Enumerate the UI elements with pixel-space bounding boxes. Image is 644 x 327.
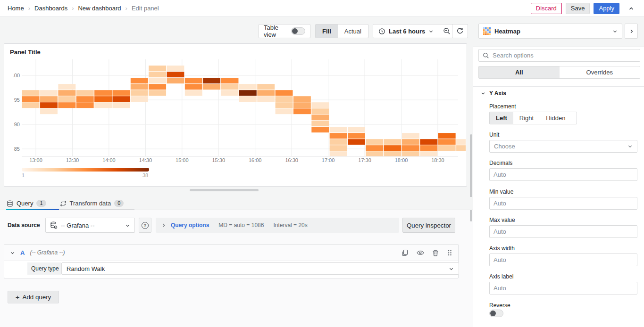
visualization-picker[interactable]: Heatmap: [478, 24, 622, 39]
svg-text:17:30: 17:30: [358, 157, 371, 163]
help-icon: ?: [142, 222, 149, 229]
svg-text:15:00: 15:00: [176, 157, 189, 163]
query-tabs-bar: Query 1 Transform data 0: [0, 197, 473, 210]
drag-handle-icon[interactable]: [447, 249, 452, 256]
reverse-toggle[interactable]: [489, 310, 503, 317]
decimals-input[interactable]: [489, 168, 637, 181]
chevron-right-icon: [161, 223, 166, 228]
axis-width-input[interactable]: [489, 253, 637, 266]
placement-left[interactable]: Left: [490, 112, 513, 124]
idle-tab-indicator: [59, 209, 134, 210]
min-value-input[interactable]: [489, 197, 637, 210]
y-axis-section-header[interactable]: Y Axis: [481, 90, 506, 97]
svg-text:85: 85: [14, 146, 20, 152]
breadcrumb-new-dashboard[interactable]: New dashboard: [78, 5, 121, 12]
actual-option[interactable]: Actual: [338, 25, 368, 38]
save-button[interactable]: Save: [566, 3, 590, 14]
chevron-right-icon: ›: [28, 5, 30, 12]
svg-text:13:00: 13:00: [29, 157, 42, 163]
svg-text:16:30: 16:30: [285, 157, 298, 163]
discard-button[interactable]: Discard: [531, 3, 562, 14]
unit-placeholder: Choose: [494, 143, 515, 150]
datasource-value: -- Grafana --: [61, 222, 95, 229]
query-type-select[interactable]: Random Walk: [61, 262, 459, 275]
tab-query[interactable]: Query 1: [7, 200, 46, 207]
breadcrumb-home[interactable]: Home: [8, 5, 24, 12]
svg-text:14:30: 14:30: [139, 157, 152, 163]
transform-count-badge: 0: [114, 200, 124, 207]
svg-text:15:30: 15:30: [212, 157, 225, 163]
refresh-icon: [456, 27, 464, 35]
query-options-bar[interactable]: Query options MD = auto = 1086 Interval …: [156, 218, 399, 233]
placement-radio-group: Left Right Hidden: [489, 112, 577, 124]
svg-text:13:30: 13:30: [66, 157, 79, 163]
delete-query-button[interactable]: [432, 249, 439, 256]
query-options-link[interactable]: Query options: [171, 222, 209, 229]
placement-hidden[interactable]: Hidden: [540, 112, 571, 124]
header-actions: Discard Save Apply: [531, 3, 636, 14]
top-nav: Home › Dashboards › New dashboard › Edit…: [0, 0, 644, 17]
datasource-picker[interactable]: -- Grafana --: [45, 218, 135, 233]
chevron-down-icon: [627, 144, 633, 149]
panel-resize-handle[interactable]: [190, 189, 259, 191]
tab-query-label: Query: [17, 200, 33, 207]
divider: [473, 86, 644, 87]
chevron-down-icon: [428, 29, 434, 34]
database-icon: [7, 200, 13, 207]
max-value-input[interactable]: [489, 225, 637, 238]
time-controls: Last 6 hours: [373, 24, 455, 38]
clock-icon: [378, 28, 385, 35]
active-tab-indicator: [6, 209, 59, 210]
duplicate-query-button[interactable]: [401, 249, 409, 256]
query-datasource-hint: (-- Grafana --): [30, 249, 65, 256]
query-ref-id: A: [20, 249, 25, 256]
chevron-down-icon: [481, 91, 485, 96]
breadcrumb-dashboards[interactable]: Dashboards: [34, 5, 67, 12]
y-axis-section-title: Y Axis: [489, 90, 506, 97]
time-range-label: Last 6 hours: [389, 28, 425, 35]
chevron-down-icon: [125, 223, 130, 228]
options-search-input[interactable]: [493, 52, 636, 59]
apply-button[interactable]: Apply: [594, 3, 619, 14]
unit-select[interactable]: Choose: [489, 140, 637, 153]
axis-width-label: Axis width: [489, 245, 515, 252]
placement-right[interactable]: Right: [513, 112, 540, 124]
panel-title[interactable]: Panel Title: [10, 49, 41, 56]
svg-text:90: 90: [14, 122, 20, 127]
decimals-label: Decimals: [489, 160, 512, 166]
datasource-label: Data source: [8, 222, 40, 229]
plus-icon: +: [16, 294, 20, 301]
table-view-label: Table view: [264, 24, 287, 38]
max-value-label: Max value: [489, 217, 515, 223]
time-range-picker[interactable]: Last 6 hours: [373, 25, 439, 38]
tab-overrides[interactable]: Overrides: [560, 66, 640, 78]
fit-mode-group: Fill Actual: [315, 24, 368, 38]
hide-query-button[interactable]: [417, 249, 424, 256]
chevron-right-icon: [629, 29, 634, 34]
search-icon: [483, 52, 489, 59]
heatmap-viz-icon: [483, 27, 491, 35]
query-inspector-button[interactable]: Query inspector: [402, 218, 455, 233]
max-data-points-value: MD = auto = 1086: [218, 222, 264, 229]
options-search: [478, 49, 640, 62]
svg-text:18:30: 18:30: [431, 157, 444, 163]
svg-text:38: 38: [142, 172, 148, 178]
svg-text:.00: .00: [13, 73, 20, 78]
zoom-out-icon: [443, 27, 451, 35]
table-view-toggle[interactable]: [291, 27, 305, 35]
add-query-button[interactable]: + Add query: [8, 291, 59, 303]
tab-transform-data[interactable]: Transform data 0: [60, 200, 124, 207]
tab-all[interactable]: All: [479, 66, 560, 78]
datasource-icon: [50, 221, 58, 229]
datasource-help-button[interactable]: ?: [139, 218, 151, 233]
chevron-down-icon[interactable]: [10, 250, 15, 255]
axis-label-input[interactable]: [489, 282, 637, 294]
collapse-options-button[interactable]: [625, 24, 638, 39]
chevron-up-icon[interactable]: [626, 3, 636, 14]
refresh-button[interactable]: [452, 24, 468, 38]
query-row-header[interactable]: A (-- Grafana --): [4, 245, 458, 261]
chevron-right-icon: ›: [125, 5, 127, 12]
svg-text:17:00: 17:00: [322, 157, 335, 163]
fill-option[interactable]: Fill: [316, 25, 338, 38]
heatmap-chart[interactable]: .0095908513:0013:3014:0014:3015:0015:301…: [4, 44, 467, 186]
